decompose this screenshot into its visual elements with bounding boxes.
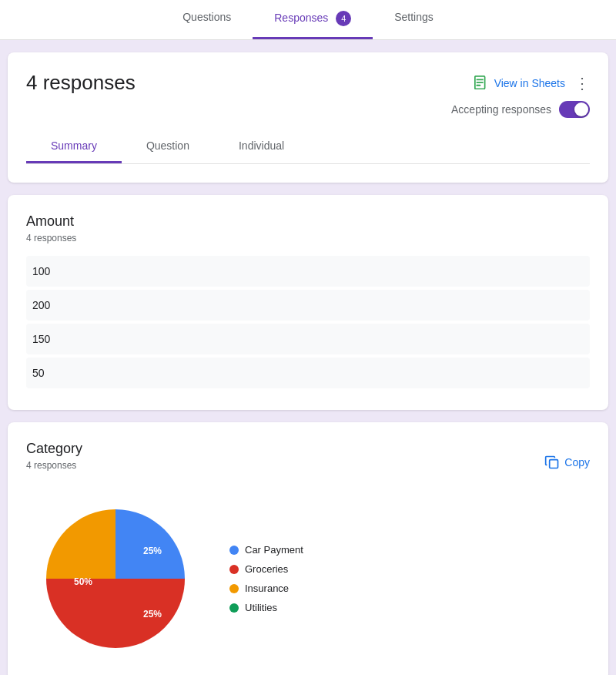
svg-rect-2	[476, 82, 483, 83]
copy-button[interactable]: Copy	[544, 455, 590, 470]
svg-rect-5	[550, 459, 558, 468]
responses-title: 4 responses	[26, 71, 136, 95]
sheets-icon	[473, 75, 490, 92]
response-tabs: Summary Question Individual	[26, 130, 590, 164]
amount-rows: 100 200 150 50	[26, 256, 590, 391]
legend-dot-car-payment	[229, 546, 239, 555]
more-options-icon[interactable]: ⋮	[574, 74, 590, 92]
copy-icon	[544, 455, 560, 470]
tab-individual[interactable]: Individual	[214, 130, 309, 163]
card-header: 4 responses View in Sheets ⋮	[26, 71, 590, 95]
legend-label-insurance: Insurance	[245, 583, 289, 594]
legend-insurance: Insurance	[229, 583, 303, 594]
legend-label-car-payment: Car Payment	[245, 544, 303, 556]
tab-question[interactable]: Question	[122, 130, 214, 163]
nav-questions[interactable]: Questions	[161, 0, 253, 39]
legend-groceries: Groceries	[229, 563, 303, 575]
main-content: 4 responses View in Sheets ⋮	[8, 40, 608, 675]
svg-rect-1	[476, 79, 483, 80]
svg-text:50%: 50%	[74, 576, 92, 587]
toggle-knob	[574, 102, 588, 116]
legend-car-payment: Car Payment	[229, 544, 303, 556]
accepting-toggle[interactable]	[559, 101, 590, 118]
accepting-row: Accepting responses	[26, 101, 590, 118]
category-subtitle: 4 responses	[26, 460, 82, 471]
amount-card: Amount 4 responses 100 200 150 50	[8, 195, 608, 410]
legend-dot-insurance	[229, 584, 239, 593]
svg-text:25%: 25%	[143, 609, 162, 620]
amount-row-4: 50	[26, 358, 590, 388]
responses-card: 4 responses View in Sheets ⋮	[8, 52, 608, 183]
legend-utilities: Utilities	[229, 602, 303, 613]
amount-subtitle: 4 responses	[26, 233, 590, 243]
nav-responses[interactable]: Responses 4	[253, 0, 373, 39]
category-title: Category	[26, 441, 82, 457]
pie-chart: 25% 50% 25%	[38, 502, 192, 656]
amount-title: Amount	[26, 213, 590, 230]
amount-row-3: 150	[26, 324, 590, 354]
accepting-label: Accepting responses	[451, 103, 551, 116]
chart-legend: Car Payment Groceries Insurance Utilitie…	[229, 544, 303, 613]
category-header: Category 4 responses Copy	[26, 441, 590, 483]
view-in-sheets-button[interactable]: View in Sheets	[473, 75, 565, 92]
category-title-group: Category 4 responses	[26, 441, 82, 483]
tab-summary[interactable]: Summary	[26, 130, 122, 163]
category-card: Category 4 responses Copy	[8, 422, 608, 675]
legend-label-utilities: Utilities	[245, 602, 277, 613]
chart-area: 25% 50% 25% Car Payment Groceries	[26, 495, 590, 662]
legend-label-groceries: Groceries	[245, 563, 288, 575]
svg-rect-3	[476, 84, 480, 86]
amount-row-1: 100	[26, 256, 590, 287]
top-navigation: Questions Responses 4 Settings	[0, 0, 616, 40]
legend-dot-groceries	[229, 565, 239, 574]
legend-dot-utilities	[229, 603, 239, 613]
copy-label: Copy	[564, 456, 590, 468]
nav-settings[interactable]: Settings	[373, 0, 455, 39]
view-in-sheets-label: View in Sheets	[494, 77, 565, 89]
responses-badge: 4	[336, 11, 351, 26]
amount-row-2: 200	[26, 290, 590, 321]
svg-text:25%: 25%	[143, 546, 162, 556]
header-actions: View in Sheets ⋮	[473, 74, 590, 92]
